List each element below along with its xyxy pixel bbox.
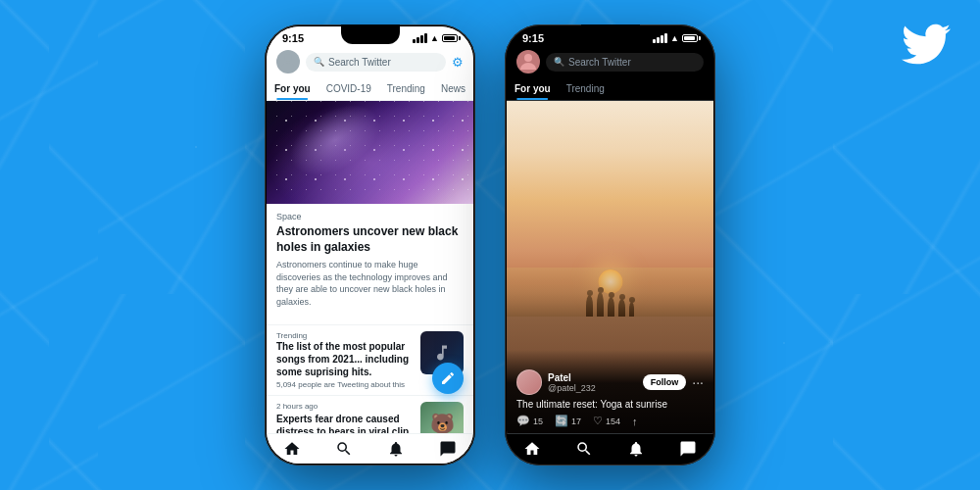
phone1-content: Space Astronomers uncover new black hole… — [267, 101, 473, 433]
phone2-signal — [653, 33, 667, 43]
share-icon: ↑ — [632, 416, 638, 427]
phone-2: 9:15 ▲ — [505, 24, 715, 466]
tweet-action-like[interactable]: ♡ 154 — [593, 415, 620, 427]
phone1-article: Space Astronomers uncover new black hole… — [267, 204, 473, 324]
phone2-nav-tabs: For you Trending — [507, 77, 713, 101]
tweet-avatar[interactable] — [516, 369, 542, 395]
phone1-battery — [442, 34, 458, 42]
phone2-bottom-nav — [507, 433, 713, 464]
phone2-search-area: 🔍 Search Twitter — [507, 46, 713, 77]
silhouette-3 — [608, 297, 614, 317]
phone1-gear-icon[interactable]: ⚙ — [452, 55, 464, 70]
phone2-nav-home[interactable] — [507, 440, 559, 458]
phone1-article-category: Space — [276, 212, 464, 221]
article-title-2: Experts fear drone caused distress to be… — [276, 413, 413, 433]
reply-count: 15 — [533, 416, 543, 426]
follow-button[interactable]: Follow — [643, 374, 687, 390]
phone1-tab-trending[interactable]: Trending — [379, 77, 433, 100]
tweet-action-retweet[interactable]: 🔄 17 — [555, 415, 581, 427]
phone2-signal-bar-3 — [661, 35, 663, 43]
phone2-nav-notifications[interactable] — [611, 440, 662, 458]
tweet-text: The ultimate reset: Yoga at sunrise — [516, 399, 704, 410]
phone1-battery-fill — [444, 36, 455, 40]
phone1-article-body: Astronomers continue to make huge discov… — [276, 259, 464, 308]
phone1-search-box[interactable]: 🔍 Search Twitter — [306, 53, 446, 72]
phone1-nav-messages[interactable] — [421, 440, 473, 458]
bear-thumbnail — [420, 402, 464, 433]
phone1-nav-home[interactable] — [267, 440, 318, 458]
trending-count-1: 5,094 people are Tweeting about this — [276, 380, 413, 389]
tweet-action-share[interactable]: ↑ — [632, 416, 638, 427]
phone2-nav-messages[interactable] — [662, 440, 713, 458]
reply-icon: 💬 — [516, 415, 530, 427]
phone2-status-icons: ▲ — [653, 33, 698, 43]
phone1-bottom-nav — [267, 433, 473, 464]
phone1-avatar[interactable] — [276, 50, 300, 74]
tweet-handle: @patel_232 — [548, 383, 637, 393]
phone2-search-icon: 🔍 — [554, 57, 564, 67]
article-text-2: 2 hours ago Experts fear drone caused di… — [276, 402, 413, 433]
trending-text-1: Trending The list of the most popular so… — [276, 331, 413, 389]
phone2-hero-image: Patel @patel_232 Follow ··· The ultimate… — [507, 101, 713, 433]
phones-container: 9:15 ▲ — [265, 24, 715, 466]
phone2-wifi-icon: ▲ — [670, 33, 679, 43]
tweet-user-info: Patel @patel_232 — [548, 372, 637, 393]
retweet-icon: 🔄 — [555, 415, 568, 427]
stars-overlay — [267, 101, 473, 204]
like-count: 154 — [606, 416, 620, 426]
phone2-tab-foryou[interactable]: For you — [507, 77, 559, 100]
signal-bar-4 — [424, 33, 427, 43]
phone1-status-icons: ▲ — [413, 33, 458, 43]
phone1-tab-foryou[interactable]: For you — [267, 77, 318, 100]
like-icon: ♡ — [593, 415, 603, 427]
phone1-tab-news[interactable]: News — [433, 77, 473, 100]
phone1-article-title[interactable]: Astronomers uncover new black holes in g… — [276, 224, 464, 255]
silhouette-5 — [629, 302, 634, 317]
trending-label-1: Trending — [276, 331, 413, 340]
silhouette-1 — [586, 295, 593, 317]
phone1-compose-button[interactable] — [432, 363, 464, 394]
time-label-2: 2 hours ago — [276, 402, 413, 411]
phone2-tab-trending[interactable]: Trending — [559, 77, 612, 100]
phone1-nav-notifications[interactable] — [370, 440, 422, 458]
tweet-action-reply[interactable]: 💬 15 — [516, 415, 543, 427]
phone2-tweet-overlay: Patel @patel_232 Follow ··· The ultimate… — [507, 350, 713, 433]
phone2-search-placeholder: Search Twitter — [568, 57, 631, 68]
phone1-search-placeholder: Search Twitter — [328, 57, 391, 68]
more-button[interactable]: ··· — [692, 374, 704, 390]
tweet-actions: 💬 15 🔄 17 ♡ 154 — [516, 415, 704, 427]
tweet-user-row: Patel @patel_232 Follow ··· — [516, 369, 704, 395]
tweet-username: Patel — [548, 372, 637, 383]
phone1-nav-search[interactable] — [318, 440, 370, 458]
phone1-tab-covid[interactable]: COVID-19 — [318, 77, 379, 100]
phone2-nav-search[interactable] — [559, 440, 611, 458]
milky-way-overlay — [278, 101, 393, 190]
phone2-battery-fill — [684, 36, 695, 40]
phone2-signal-bar-4 — [664, 33, 667, 43]
phone-1: 9:15 ▲ — [265, 24, 475, 466]
phone2-notch — [581, 24, 640, 44]
svg-point-1 — [524, 54, 532, 62]
phone1-wifi-icon: ▲ — [430, 33, 439, 43]
phone1-notch — [341, 24, 400, 44]
trending-title-1: The list of the most popular songs from … — [276, 340, 413, 378]
trending-thumb-2 — [420, 402, 464, 433]
phone2-avatar[interactable] — [516, 50, 540, 74]
silhouette-2 — [597, 292, 604, 317]
svg-point-0 — [284, 54, 292, 62]
phone2-content: Patel @patel_232 Follow ··· The ultimate… — [507, 101, 713, 464]
phone1-nav-tabs: For you COVID-19 Trending News Spor — [267, 77, 473, 101]
silhouette-4 — [618, 299, 625, 317]
phone1-search-area: 🔍 Search Twitter ⚙ — [267, 46, 473, 77]
signal-bar-1 — [413, 39, 416, 43]
phone1-article-item-2[interactable]: 2 hours ago Experts fear drone caused di… — [267, 395, 473, 433]
phone1-time: 9:15 — [282, 32, 304, 44]
phone2-signal-bar-1 — [653, 39, 656, 43]
phone1-signal — [413, 33, 427, 43]
phone2-search-box[interactable]: 🔍 Search Twitter — [546, 53, 704, 72]
phone2-battery — [682, 34, 698, 42]
silhouettes-group — [507, 292, 713, 317]
phone2-time: 9:15 — [522, 32, 544, 44]
phone1-search-icon: 🔍 — [314, 57, 324, 67]
twitter-logo — [902, 20, 951, 69]
